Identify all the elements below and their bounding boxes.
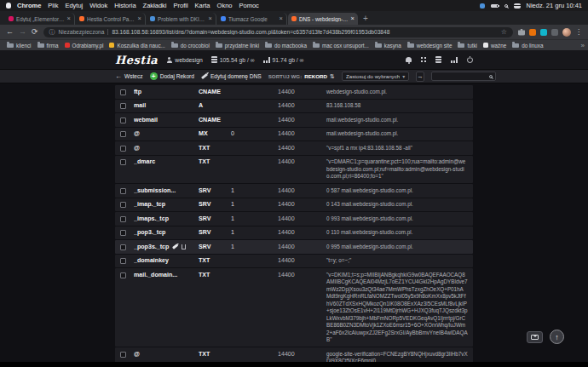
sort-control[interactable]: SORTUJ WG: REKORD ⇅ [268, 73, 335, 80]
forward-icon[interactable]: → [19, 28, 26, 36]
profile-avatar[interactable] [562, 28, 571, 37]
dns-record-row[interactable]: webmailCNAME14400mail.webdesign-studio.c… [115, 113, 473, 127]
extension-icon-teal[interactable] [540, 29, 547, 36]
menubar-item[interactable]: Widok [89, 2, 107, 9]
tab-close-icon[interactable]: × [351, 15, 355, 22]
row-checkbox[interactable] [120, 89, 126, 95]
edit-record-icon[interactable] [172, 244, 178, 249]
row-checkbox[interactable] [120, 159, 126, 165]
browser-tab[interactable]: Tłumacz Google× [217, 13, 287, 25]
bookmark-item[interactable]: mac osx unsuport... [313, 43, 369, 49]
new-tab-button[interactable]: + [363, 13, 368, 25]
statistics-icon[interactable] [451, 57, 458, 63]
row-checkbox[interactable] [120, 272, 126, 278]
bookmark-item[interactable]: kasyna [375, 43, 401, 49]
dns-record-row[interactable]: _imap._tcpSRV1144000 143 mail.webdesign-… [115, 198, 473, 212]
menubar-item[interactable]: Zakładki [143, 2, 167, 9]
bookmark-item[interactable]: ważne [483, 43, 506, 49]
control-center-icon[interactable] [514, 3, 521, 9]
back-button[interactable]: ← Wstecz [115, 73, 143, 80]
browser-menu-icon[interactable]: ⋮ [575, 29, 582, 36]
back-icon[interactable]: ← [6, 28, 14, 36]
search-icon[interactable] [489, 75, 493, 78]
dns-record-row[interactable]: ftpCNAME14400webdesign-studio.com.pl. [115, 85, 473, 99]
url-text[interactable]: 83.168.108.58:16893/list/dns/?domain=web… [112, 29, 497, 35]
tab-close-icon[interactable]: × [209, 15, 212, 22]
sort-direction-icon[interactable]: ⇅ [330, 73, 335, 80]
extension-icon-gray[interactable] [551, 29, 558, 36]
menubar-item[interactable]: Okno [217, 2, 233, 9]
edit-dns-domain-button[interactable]: Edytuj domenę DNS [201, 73, 262, 79]
notifications-bell-icon[interactable] [406, 57, 412, 62]
dns-record-row[interactable]: _submission...SRV1144000 587 mail.webdes… [115, 184, 473, 198]
row-checkbox[interactable] [120, 244, 126, 250]
bookmark-item[interactable]: Koszulka dla nauc... [109, 43, 164, 49]
bookmark-item[interactable]: klienci [7, 43, 32, 49]
extension-icon-orange[interactable] [529, 29, 536, 36]
apps-grid-icon[interactable] [421, 57, 423, 59]
hestia-logo[interactable]: Hestia [115, 54, 158, 66]
status-app-icon[interactable] [480, 3, 485, 9]
url-bar[interactable]: ⓘ Niezabezpieczona 83.168.108.58:16893/l… [43, 27, 513, 37]
bookmark-item[interactable]: Odrabiamy.pl [65, 43, 104, 49]
menubar-clock[interactable]: Niedz. 21 gru 10:41 [527, 2, 582, 9]
bookmarks-overflow-icon[interactable]: » [578, 42, 585, 49]
row-checkbox[interactable] [120, 118, 126, 123]
spotlight-search-icon[interactable] [504, 4, 508, 8]
bulk-action-select[interactable]: Zastosuj do wybranych ▾ [342, 72, 409, 81]
scroll-to-top-button[interactable]: ↑ [550, 330, 564, 344]
row-checkbox[interactable] [120, 230, 126, 236]
browser-tab[interactable]: Problem with DKIM, SPF and...× [147, 13, 216, 25]
row-checkbox[interactable] [120, 202, 126, 208]
browser-tab[interactable]: Edytuj „Elementor Header #...× [5, 13, 75, 25]
menubar-item[interactable]: Historia [114, 2, 135, 9]
dns-record-row[interactable]: _pop3s._tcpSRV1144000 995 mail.webdesign… [115, 240, 473, 254]
row-checkbox[interactable] [120, 258, 126, 264]
dns-record-row[interactable]: @MX014400mail.webdesign-studio.com.pl. [115, 128, 473, 141]
bookmark-item[interactable]: tutki [458, 43, 477, 49]
bookmark-item[interactable]: do linuxa [512, 43, 543, 49]
menubar-item[interactable]: Pomoc [239, 2, 258, 9]
row-checkbox[interactable] [120, 103, 126, 109]
dns-record-row[interactable]: mailA1440083.168.108.58 [115, 100, 473, 113]
dns-record-row[interactable]: @TXT14400"v=spf1 a mx ip4:83.168.108.58 … [115, 141, 473, 155]
logout-icon[interactable] [467, 57, 473, 63]
dns-record-row[interactable]: @TXT14400google-site-verification=FCNEzg… [115, 347, 473, 362]
browser-tab[interactable]: Hestia Control Panel | Open...× [76, 13, 146, 25]
tab-close-icon[interactable]: × [67, 15, 71, 22]
mail-shortcut-button[interactable] [527, 331, 543, 343]
bookmark-star-icon[interactable]: ☆ [501, 28, 507, 36]
user-menu[interactable]: webdesign [166, 57, 203, 63]
battery-icon[interactable] [491, 4, 499, 8]
menubar-item[interactable]: Chrome [17, 2, 41, 9]
bookmark-item[interactable]: do crocobiol [171, 43, 210, 49]
search-box[interactable] [431, 72, 496, 81]
row-checkbox[interactable] [120, 188, 126, 194]
add-record-button[interactable]: + Dodaj Rekord [150, 72, 194, 80]
dns-record-row[interactable]: _dmarcTXT14400"v=DMARC1;p=quarantine;pct… [115, 156, 473, 184]
apple-menu-icon[interactable] [6, 3, 11, 9]
tab-close-icon[interactable]: × [138, 15, 141, 22]
row-checkbox[interactable] [120, 352, 126, 358]
row-checkbox[interactable] [120, 216, 126, 222]
bookmark-item[interactable]: przydatne linki [216, 43, 259, 49]
reload-icon[interactable]: ⟳ [32, 28, 38, 36]
site-info-icon[interactable]: ⓘ [49, 28, 55, 37]
menubar-item[interactable]: Profil [174, 2, 188, 9]
dns-record-row[interactable]: _pop3._tcpSRV1144000 110 mail.webdesign-… [115, 227, 473, 240]
row-checkbox[interactable] [120, 131, 126, 137]
row-checkbox[interactable] [120, 146, 126, 152]
tab-close-icon[interactable]: × [280, 15, 283, 22]
extensions-icon[interactable] [518, 29, 525, 36]
menubar-item[interactable]: Plik [48, 2, 58, 9]
browser-tab[interactable]: DNS - webdesign-studio.co...× [288, 13, 358, 25]
dns-record-row[interactable]: _domainkeyTXT14400"t=y; o=~;" [115, 255, 473, 268]
apply-bulk-action-button[interactable]: → [416, 72, 424, 82]
file-manager-icon[interactable] [435, 56, 441, 63]
search-input[interactable] [435, 73, 487, 79]
delete-record-icon[interactable] [182, 244, 186, 249]
bookmark-item[interactable]: webdesign site [407, 43, 453, 49]
menubar-item[interactable]: Edytuj [65, 2, 83, 9]
dns-record-row[interactable]: mail._domain...TXT14400"v=DKIM1;t=s;p=MI… [115, 268, 473, 347]
bookmark-item[interactable]: do macbooka [265, 43, 307, 49]
